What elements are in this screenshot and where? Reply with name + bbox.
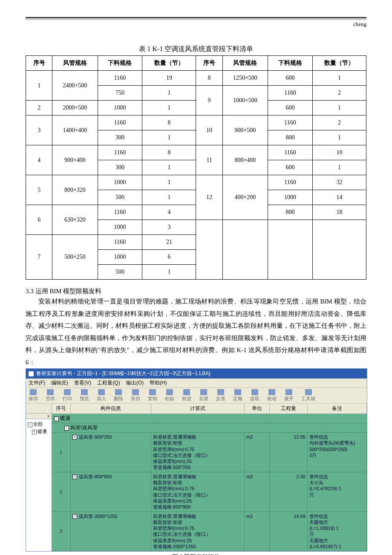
table-cell: 600 (268, 101, 312, 116)
grid-header-cell: 工程量 (270, 404, 308, 413)
table-header-cell: 序号 (196, 56, 222, 71)
table-cell: 600 (268, 71, 312, 86)
cell-component: +送风管-800*800 (71, 472, 151, 512)
toolbar-button[interactable]: 后退 (199, 389, 208, 402)
tree-panel: -全部 +暖通 (26, 419, 55, 551)
toolbar-icon (98, 389, 105, 395)
header-rule (26, 17, 366, 19)
table-cell: 300 (98, 130, 142, 145)
table-cell: 11 (196, 145, 222, 175)
grid-header-cell: 序号 (52, 404, 71, 413)
toolbar-button[interactable]: 定额 (233, 389, 242, 402)
table-cell: 1000×500 (222, 86, 268, 116)
toolbar-icon (217, 389, 224, 395)
toolbar-button[interactable]: 剪切 (131, 389, 140, 402)
table-cell: 10 (312, 145, 366, 160)
toolbar-button[interactable]: 反查 (216, 389, 225, 402)
toolbar-button[interactable]: 复制 (148, 389, 157, 402)
table-cell (196, 220, 222, 280)
tree-minus-icon[interactable]: - (28, 422, 32, 427)
table-cell: 5 (26, 175, 52, 205)
body-paragraph: 安装材料的精细化管理一直是项目管理的难题，施工现场材料的浪费、积压等现象司空见惯… (26, 295, 366, 368)
table-cell: 14 (312, 190, 366, 205)
grid-header-cell: 备注 (308, 404, 367, 413)
window-title-bar: 鲁班安装计算书 - 正方园~1 - [E:\BIM模~1\科技大~1\正方园~3… (26, 369, 367, 379)
menu-item[interactable]: 输出(O) (126, 379, 144, 387)
menu-item[interactable]: 编辑(E) (51, 379, 68, 387)
toolbar-button[interactable]: 删除 (114, 389, 123, 402)
table-cell: 1 (142, 130, 196, 145)
data-row[interactable]: 2+送风管-800*800风管材质:普通薄钢板截面形状:矩形风管壁厚t(mm):… (52, 472, 367, 512)
toolbar-label: 打印 (63, 396, 72, 402)
menu-item[interactable]: 文件(F) (29, 379, 45, 387)
toolbar-icon (251, 389, 258, 395)
data-row[interactable]: 3+送风管-2000*1250风管材质:普通薄钢板截面形状:矩形风管壁厚t(mm… (52, 512, 367, 552)
table-header-cell: 数量（节） (142, 56, 196, 71)
toolbar-button[interactable]: 展开 (284, 389, 294, 402)
data-row[interactable]: 1+送风管-500*250风管材质:普通薄钢板截面形状:矩形风管壁厚t(mm):… (52, 433, 367, 472)
menu-item[interactable]: 工程量(Q) (97, 379, 120, 387)
table-cell: 900×500 (222, 116, 268, 145)
toolbar-button[interactable]: 保存 (29, 389, 38, 402)
toolbar-label: 工具箱 (301, 396, 315, 402)
table-cell: 1160 (98, 205, 142, 220)
toolbar-button[interactable]: 打印 (63, 389, 72, 402)
tree-child[interactable]: +暖通 (28, 428, 53, 435)
toolbar-button[interactable]: 提取 (250, 389, 259, 402)
toolbar-label: 提取 (250, 396, 259, 402)
table-cell: 10 (196, 116, 222, 145)
cell-quantity: 2.30 (270, 472, 308, 512)
toolbar-icon (305, 389, 312, 395)
toolbar-label: 定额 (233, 396, 242, 402)
cell-unit: m2 (245, 512, 270, 551)
toolbar-button[interactable]: 插入 (97, 389, 106, 402)
toolbar-button[interactable]: 另存 (46, 389, 55, 402)
table-title: 表 1 K-1 空调送风系统直管段下料清单 (26, 45, 366, 54)
cell-quantity: 12.05 (270, 433, 308, 472)
toolbar-icon (115, 389, 122, 395)
table-cell: 19 (142, 71, 196, 86)
table-cell: 1160 (98, 235, 142, 250)
table-cell: 1000 (98, 250, 142, 265)
software-screenshot: 鲁班安装计算书 - 正方园~1 - [E:\BIM模~1\科技大~1\正方园~3… (26, 368, 367, 552)
table-cell: 3 (26, 116, 52, 145)
table-cell: 8 (196, 71, 222, 86)
table-cell: 1160 (98, 71, 142, 86)
table-cell: 900×400 (52, 145, 98, 175)
menu-item[interactable]: 帮助(H) (150, 379, 167, 387)
figure-caption: 图 6 限额发料清单 (26, 553, 366, 555)
table-cell: 12 (196, 175, 222, 220)
toolbar-button[interactable]: 预览 (80, 389, 89, 402)
toolbar-icon (285, 389, 292, 395)
menu-item[interactable]: 查看(V) (74, 379, 91, 387)
toolbar-button[interactable]: 工具箱 (301, 389, 315, 402)
table-cell: 800 (268, 130, 312, 145)
toolbar-icon (200, 389, 207, 395)
toolbar-button[interactable]: 粘贴 (165, 389, 174, 402)
toolbar-label: 删除 (114, 396, 123, 402)
table-cell: 1 (142, 265, 196, 280)
subgroup-row[interactable]: - 风管\送风管 (52, 423, 367, 433)
toolbar-button[interactable]: 前进 (182, 389, 191, 402)
panel-close[interactable]: × (26, 413, 52, 419)
toolbar-button[interactable]: 收缩 (267, 389, 277, 402)
table-cell: 1160 (268, 116, 312, 130)
cell-quantity: 14.69 (270, 512, 308, 551)
toolbar-label: 剪切 (131, 396, 140, 402)
table-cell: 1000 (98, 220, 142, 235)
table-header-cell: 序号 (26, 56, 52, 71)
toolbar-label: 另存 (46, 396, 55, 402)
table-cell: 6 (142, 250, 196, 265)
tree-root[interactable]: -全部 (28, 421, 53, 428)
table-cell: 1 (142, 160, 196, 175)
group-row[interactable]: - 暖通 (52, 414, 367, 423)
table-cell: 4 (142, 205, 196, 220)
material-table: 序号风管规格下料规格数量（节）序号风管规格下料规格数量（节） 12400×500… (26, 55, 366, 280)
tree-plus-icon[interactable]: + (32, 430, 37, 434)
table-cell: 1400×400 (52, 116, 98, 145)
grid-panel: 序号构件信息计算式单位工程量备注 - 暖通- 风管\送风管1+送风管-500*2… (52, 404, 367, 551)
toolbar-label: 收缩 (267, 396, 277, 402)
window-title-text: 鲁班安装计算书 - 正方园~1 - [E:\BIM模~1\科技大~1\正方园~3… (36, 370, 210, 377)
table-cell: 1 (312, 130, 366, 145)
table-cell: 1 (142, 101, 196, 116)
